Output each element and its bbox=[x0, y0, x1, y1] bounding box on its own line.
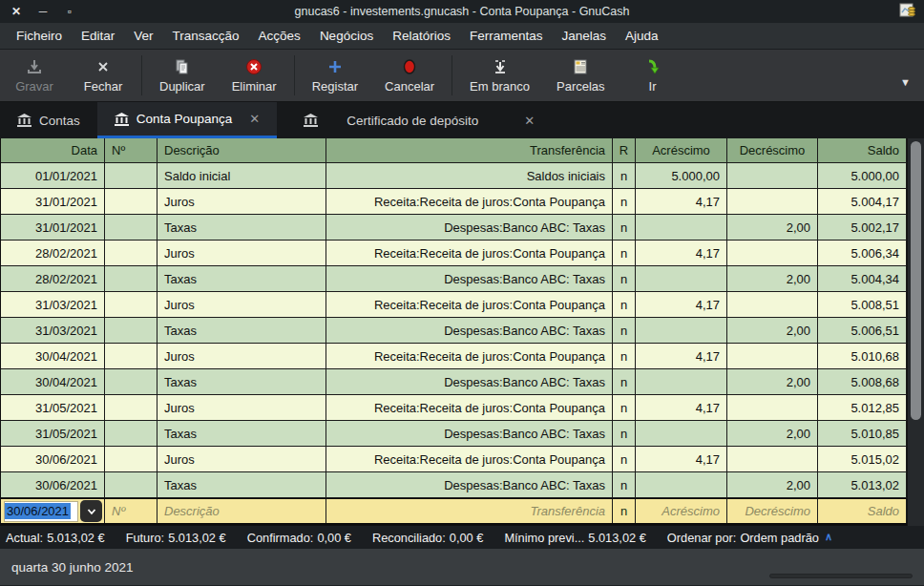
cell-credit[interactable]: 4,17 bbox=[636, 395, 727, 420]
summary-sort[interactable]: Ordenar por:Ordem padrão∧ bbox=[667, 531, 832, 545]
cell-balance[interactable]: 5.000,00 bbox=[818, 163, 907, 188]
menu-editar[interactable]: Editar bbox=[73, 25, 123, 47]
cell-num[interactable] bbox=[105, 215, 158, 240]
cell-debit[interactable] bbox=[727, 344, 818, 368]
cell-transfer[interactable]: Receita:Receita de juros:Conta Poupança bbox=[326, 241, 613, 265]
transaction-row[interactable]: 31/05/2021 Taxas Despesas:Banco ABC: Tax… bbox=[1, 421, 907, 447]
cell-num[interactable] bbox=[105, 241, 158, 265]
cell-transfer[interactable]: Despesas:Banco ABC: Taxas bbox=[326, 266, 613, 291]
cell-reconciled[interactable]: n bbox=[613, 215, 636, 240]
cancel-button[interactable]: Cancelar bbox=[371, 50, 448, 101]
tab-close-icon[interactable]: ✕ bbox=[524, 114, 535, 128]
window-maximize-button[interactable]: ▫ bbox=[63, 5, 76, 18]
menu-ajuda[interactable]: Ajuda bbox=[617, 25, 667, 47]
cell-reconciled[interactable]: n bbox=[613, 318, 636, 343]
cell-credit[interactable]: 5.000,00 bbox=[636, 163, 727, 188]
cell-date[interactable]: 28/02/2021 bbox=[1, 266, 105, 291]
cell-debit[interactable]: 2,00 bbox=[727, 421, 818, 446]
cell-debit[interactable] bbox=[727, 241, 818, 265]
transaction-row[interactable]: 30/06/2021 Juros Receita:Receita de juro… bbox=[1, 447, 907, 472]
edit-balance-field[interactable]: Saldo bbox=[818, 499, 907, 523]
window-minimize-button[interactable]: ─ bbox=[36, 5, 50, 18]
duplicate-button[interactable]: Duplicar bbox=[146, 50, 219, 101]
menu-transaccao[interactable]: Transacção bbox=[164, 25, 248, 47]
edit-description-field[interactable]: Descrição bbox=[158, 499, 326, 523]
cell-description[interactable]: Taxas bbox=[158, 318, 326, 343]
cell-credit[interactable] bbox=[636, 215, 727, 240]
cell-date[interactable]: 31/05/2021 bbox=[1, 395, 105, 420]
delete-button[interactable]: Eliminar bbox=[219, 50, 290, 101]
cell-credit[interactable] bbox=[636, 421, 727, 446]
cell-date[interactable]: 31/01/2021 bbox=[1, 189, 105, 214]
cell-transfer[interactable]: Receita:Receita de juros:Conta Poupança bbox=[326, 344, 613, 368]
transaction-row[interactable]: 28/02/2021 Taxas Despesas:Banco ABC: Tax… bbox=[1, 266, 907, 292]
edit-debit-field[interactable]: Decréscimo bbox=[727, 499, 818, 523]
cell-num[interactable] bbox=[105, 421, 158, 446]
cell-transfer[interactable]: Despesas:Banco ABC: Taxas bbox=[326, 369, 613, 394]
cell-num[interactable] bbox=[105, 163, 158, 188]
cell-reconciled[interactable]: n bbox=[613, 163, 636, 188]
cell-date[interactable]: 31/05/2021 bbox=[1, 421, 105, 446]
cell-num[interactable] bbox=[105, 369, 158, 394]
cell-date[interactable]: 01/01/2021 bbox=[1, 163, 105, 188]
blank-transaction-button[interactable]: Em branco bbox=[456, 50, 543, 101]
cell-balance[interactable]: 5.004,17 bbox=[818, 189, 907, 214]
cell-num[interactable] bbox=[105, 292, 158, 317]
transaction-row[interactable]: 28/02/2021 Juros Receita:Receita de juro… bbox=[1, 241, 907, 266]
cell-transfer[interactable]: Despesas:Banco ABC: Taxas bbox=[326, 421, 613, 446]
cell-credit[interactable]: 4,17 bbox=[636, 447, 727, 471]
cell-reconciled[interactable]: n bbox=[613, 395, 636, 420]
cell-debit[interactable] bbox=[727, 163, 818, 188]
menu-negocios[interactable]: Negócios bbox=[311, 25, 382, 47]
cell-debit[interactable]: 2,00 bbox=[727, 369, 818, 394]
edit-credit-field[interactable]: Acréscimo bbox=[636, 499, 727, 523]
transaction-row[interactable]: 31/03/2021 Taxas Despesas:Banco ABC: Tax… bbox=[1, 318, 907, 344]
cell-balance[interactable]: 5.010,85 bbox=[818, 421, 907, 446]
cell-description[interactable]: Juros bbox=[158, 292, 326, 317]
cell-description[interactable]: Taxas bbox=[158, 369, 326, 394]
tab-contas[interactable]: Contas bbox=[0, 102, 97, 138]
cell-reconciled[interactable]: n bbox=[613, 421, 636, 446]
cell-balance[interactable]: 5.004,34 bbox=[818, 266, 907, 291]
cell-description[interactable]: Juros bbox=[158, 344, 326, 368]
cell-description[interactable]: Taxas bbox=[158, 215, 326, 240]
cell-date[interactable]: 30/04/2021 bbox=[1, 369, 105, 394]
cell-num[interactable] bbox=[105, 395, 158, 420]
menu-relatorios[interactable]: Relatórios bbox=[384, 25, 459, 47]
cell-balance[interactable]: 5.008,51 bbox=[818, 292, 907, 317]
cell-transfer[interactable]: Receita:Receita de juros:Conta Poupança bbox=[326, 395, 613, 420]
save-button[interactable]: Gravar bbox=[0, 50, 69, 101]
cell-balance[interactable]: 5.010,68 bbox=[818, 344, 907, 368]
scrollbar-thumb[interactable] bbox=[911, 141, 921, 420]
cell-description[interactable]: Juros bbox=[158, 189, 326, 214]
tab-certificado-deposito[interactable]: Certificado de depósito ✕ bbox=[277, 102, 552, 138]
cell-credit[interactable]: 4,17 bbox=[636, 189, 727, 214]
menu-ficheiro[interactable]: Ficheiro bbox=[8, 25, 71, 47]
cell-balance[interactable]: 5.006,51 bbox=[818, 318, 907, 343]
menu-ver[interactable]: Ver bbox=[125, 25, 161, 47]
cell-reconciled[interactable]: n bbox=[613, 189, 636, 214]
cell-balance[interactable]: 5.015,02 bbox=[818, 447, 907, 471]
cell-reconciled[interactable]: n bbox=[613, 447, 636, 471]
cell-date[interactable]: 31/01/2021 bbox=[1, 215, 105, 240]
cell-reconciled[interactable]: n bbox=[613, 344, 636, 368]
cell-credit[interactable] bbox=[636, 266, 727, 291]
cell-debit[interactable]: 2,00 bbox=[727, 318, 818, 343]
cell-transfer[interactable]: Receita:Receita de juros:Conta Poupança bbox=[326, 189, 613, 214]
cell-date[interactable]: 31/03/2021 bbox=[1, 292, 105, 317]
cell-date[interactable]: 30/06/2021 bbox=[1, 447, 105, 471]
cell-transfer[interactable]: Despesas:Banco ABC: Taxas bbox=[326, 472, 613, 497]
cell-description[interactable]: Juros bbox=[158, 241, 326, 265]
cell-description[interactable]: Taxas bbox=[158, 266, 326, 291]
close-tab-button[interactable]: Fechar bbox=[69, 50, 137, 101]
jump-button[interactable]: Ir bbox=[619, 50, 687, 101]
cell-num[interactable] bbox=[105, 318, 158, 343]
cell-credit[interactable]: 4,17 bbox=[636, 344, 727, 368]
transaction-row[interactable]: 31/03/2021 Juros Receita:Receita de juro… bbox=[1, 292, 907, 318]
cell-date[interactable]: 31/03/2021 bbox=[1, 318, 105, 343]
menu-janelas[interactable]: Janelas bbox=[553, 25, 615, 47]
cell-num[interactable] bbox=[105, 189, 158, 214]
cell-description[interactable]: Juros bbox=[158, 447, 326, 471]
cell-transfer[interactable]: Receita:Receita de juros:Conta Poupança bbox=[326, 292, 613, 317]
cell-num[interactable] bbox=[105, 266, 158, 291]
